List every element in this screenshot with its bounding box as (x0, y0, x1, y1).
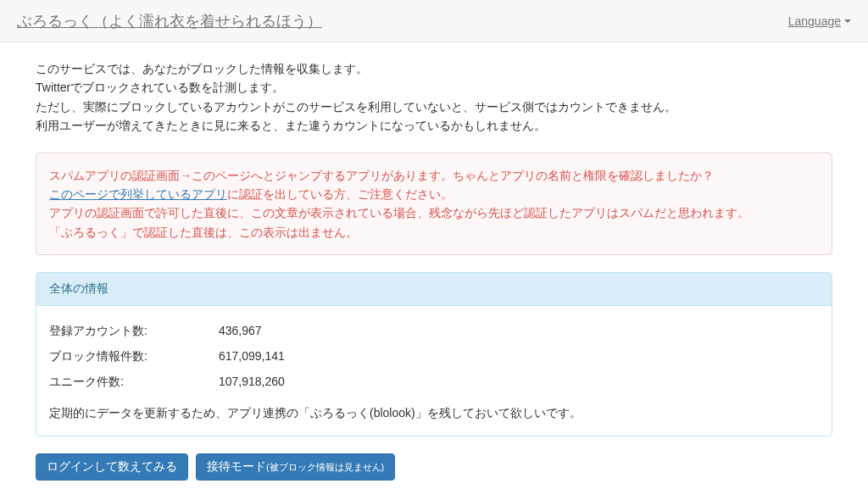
panel-note: 定期的にデータを更新するため、アプリ連携の「ぶろるっく(blolook)」を残し… (49, 403, 819, 422)
mode-button-suffix: (被ブロック情報は見ません) (266, 462, 384, 472)
mode-button[interactable]: 接待モード(被ブロック情報は見ません) (196, 453, 395, 481)
alert-link[interactable]: このページで列挙しているアプリ (49, 187, 227, 201)
stats-label: 登録アカウント数: (49, 324, 219, 339)
stats-table: 登録アカウント数: 436,967 ブロック情報件数: 617,099,141 … (49, 319, 819, 395)
language-label: Language (788, 14, 841, 28)
alert-text: スパムアプリの認証画面→このページへとジャンプするアプリがあります。ちゃんとアプ… (49, 169, 714, 182)
intro-line: 利用ユーザーが増えてきたときに見に来ると、また違うカウントになっているかもしれま… (36, 116, 832, 135)
stats-row: 登録アカウント数: 436,967 (49, 319, 819, 344)
stats-value: 107,918,260 (219, 375, 285, 390)
main-container: このサービスでは、あなたがブロックした情報を収集します。 Twitterでブロッ… (23, 42, 845, 489)
stats-label: ブロック情報件数: (49, 349, 219, 364)
alert-text: アプリの認証画面で許可した直後に、この文章が表示されている場合、残念ながら先ほど… (49, 206, 749, 219)
stats-value: 436,967 (219, 324, 262, 339)
stats-label: ユニーク件数: (49, 375, 219, 390)
panel-heading: 全体の情報 (36, 273, 832, 306)
alert-text: に認証を出している方、ご注意ください。 (227, 187, 453, 201)
login-button[interactable]: ログインして数えてみる (36, 453, 188, 481)
stats-value: 617,099,141 (219, 349, 285, 364)
button-row: ログインして数えてみる 接待モード(被ブロック情報は見ません) (36, 453, 832, 489)
chevron-down-icon (844, 19, 851, 23)
intro-text: このサービスでは、あなたがブロックした情報を収集します。 Twitterでブロッ… (36, 59, 832, 136)
intro-line: このサービスでは、あなたがブロックした情報を収集します。 (36, 59, 832, 78)
warning-alert: スパムアプリの認証画面→このページへとジャンプするアプリがあります。ちゃんとアプ… (36, 153, 832, 256)
brand-link[interactable]: ぶろるっく（よく濡れ衣を着せられるほう） (17, 0, 322, 44)
intro-line: Twitterでブロックされている数を計測します。 (36, 78, 832, 97)
stats-row: ユニーク件数: 107,918,260 (49, 370, 819, 395)
stats-panel: 全体の情報 登録アカウント数: 436,967 ブロック情報件数: 617,09… (36, 272, 832, 436)
panel-body: 登録アカウント数: 436,967 ブロック情報件数: 617,099,141 … (36, 306, 832, 435)
language-dropdown[interactable]: Language (788, 14, 851, 28)
alert-text: 「ぶろるっく」で認証した直後は、この表示は出ません。 (49, 225, 358, 239)
mode-button-prefix: 接待モード (207, 459, 266, 473)
navbar: ぶろるっく（よく濡れ衣を着せられるほう） Language (0, 0, 868, 42)
stats-row: ブロック情報件数: 617,099,141 (49, 344, 819, 370)
intro-line: ただし、実際にブロックしているアカウントがこのサービスを利用していないと、サービ… (36, 97, 832, 116)
